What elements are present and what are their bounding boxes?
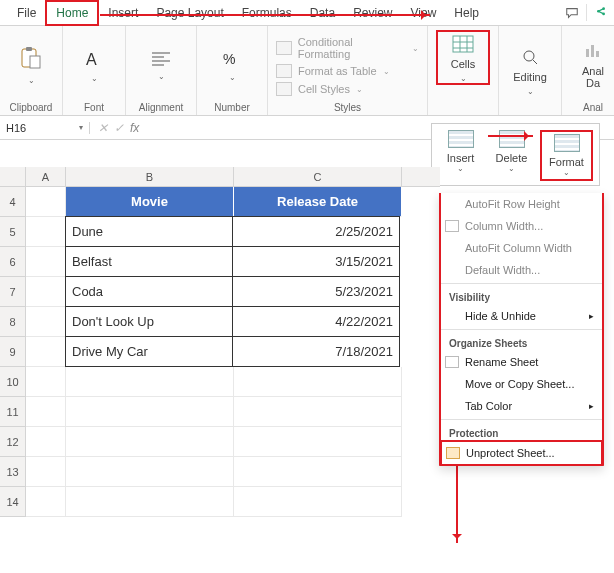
- row-header[interactable]: 12: [0, 427, 26, 457]
- menu-default-width[interactable]: Default Width...: [441, 259, 602, 281]
- group-label: Number: [214, 100, 250, 113]
- cell[interactable]: Belfast: [65, 246, 233, 277]
- name-box[interactable]: H16▾: [0, 122, 90, 134]
- row-header[interactable]: 7: [0, 277, 26, 307]
- svg-point-1: [597, 9, 600, 12]
- share-icon[interactable]: [588, 2, 614, 24]
- row-header[interactable]: 14: [0, 487, 26, 517]
- insert-cells-button[interactable]: Insert⌄: [438, 130, 483, 181]
- menu-heading-visibility: Visibility: [441, 286, 602, 305]
- ribbon-body: ⌄ Clipboard A⌄ Font ⌄ Alignment %⌄ Numbe…: [0, 26, 614, 116]
- worksheet-grid[interactable]: A B C 4 Movie Release Date 5 Dune 2/25/2…: [0, 167, 440, 517]
- svg-rect-5: [30, 56, 40, 68]
- cell[interactable]: 4/22/2021: [232, 306, 400, 337]
- row-header[interactable]: 13: [0, 457, 26, 487]
- cancel-icon[interactable]: ✕: [98, 121, 108, 135]
- enter-icon[interactable]: ✓: [114, 121, 124, 135]
- menu-unprotect-sheet[interactable]: Unprotect Sheet...: [440, 440, 603, 466]
- cell[interactable]: [234, 487, 402, 517]
- annotation-arrow: [488, 135, 533, 137]
- cell-header-movie[interactable]: Movie: [66, 187, 234, 217]
- tab-file[interactable]: File: [8, 2, 45, 24]
- clipboard-button[interactable]: ⌄: [8, 46, 54, 85]
- font-button[interactable]: A⌄: [71, 48, 117, 83]
- row-header[interactable]: 11: [0, 397, 26, 427]
- fx-icon[interactable]: fx: [130, 121, 139, 135]
- col-header-c[interactable]: C: [234, 167, 402, 186]
- cell[interactable]: [234, 427, 402, 457]
- cell[interactable]: [26, 487, 66, 517]
- cell[interactable]: Dune: [65, 216, 233, 247]
- cell[interactable]: [66, 397, 234, 427]
- col-header-a[interactable]: A: [26, 167, 66, 186]
- format-as-table-button[interactable]: Format as Table⌄: [276, 62, 419, 80]
- cell[interactable]: [26, 427, 66, 457]
- cell[interactable]: [234, 397, 402, 427]
- cell[interactable]: [66, 487, 234, 517]
- cell[interactable]: [234, 367, 402, 397]
- cell[interactable]: Coda: [65, 276, 233, 307]
- cell[interactable]: [66, 367, 234, 397]
- menu-hide-unhide[interactable]: Hide & Unhide▸: [441, 305, 602, 327]
- menu-autofit-row-height[interactable]: AutoFit Row Height: [441, 193, 602, 215]
- group-number: %⌄ Number: [197, 26, 268, 115]
- row-header[interactable]: 4: [0, 187, 26, 217]
- menu-rename-sheet[interactable]: Rename Sheet: [441, 351, 602, 373]
- cell[interactable]: [26, 187, 66, 217]
- cell-header-release[interactable]: Release Date: [234, 187, 402, 217]
- menu-autofit-col-width[interactable]: AutoFit Column Width: [441, 237, 602, 259]
- cell[interactable]: [66, 427, 234, 457]
- format-cells-button[interactable]: Format⌄: [544, 134, 589, 177]
- cell[interactable]: [26, 247, 66, 277]
- menu-move-copy-sheet[interactable]: Move or Copy Sheet...: [441, 373, 602, 395]
- row-header[interactable]: 6: [0, 247, 26, 277]
- analyze-button[interactable]: AnalDa: [570, 41, 614, 89]
- cell[interactable]: [26, 307, 66, 337]
- cell[interactable]: [26, 367, 66, 397]
- conditional-formatting-button[interactable]: Conditional Formatting⌄: [276, 34, 419, 62]
- menu-column-width[interactable]: Column Width...: [441, 215, 602, 237]
- comments-icon[interactable]: [559, 2, 585, 24]
- tab-formulas[interactable]: Formulas: [233, 2, 301, 24]
- cell[interactable]: 2/25/2021: [232, 216, 400, 247]
- group-analyze: AnalDa Anal: [562, 26, 614, 115]
- cell[interactable]: Drive My Car: [65, 336, 233, 367]
- row-header[interactable]: 10: [0, 367, 26, 397]
- group-font: A⌄ Font: [63, 26, 126, 115]
- row-header[interactable]: 5: [0, 217, 26, 247]
- cell[interactable]: 7/18/2021: [232, 336, 400, 367]
- cell[interactable]: [26, 217, 66, 247]
- tab-insert[interactable]: Insert: [99, 2, 147, 24]
- cell[interactable]: [26, 397, 66, 427]
- column-width-icon: [445, 220, 459, 232]
- cell[interactable]: [26, 457, 66, 487]
- cell-styles-button[interactable]: Cell Styles⌄: [276, 80, 419, 98]
- menu-tab-color[interactable]: Tab Color▸: [441, 395, 602, 417]
- svg-point-2: [602, 12, 605, 15]
- col-header-b[interactable]: B: [66, 167, 234, 186]
- cell[interactable]: 3/15/2021: [232, 246, 400, 277]
- tab-help[interactable]: Help: [445, 2, 488, 24]
- menu-heading-protection: Protection: [441, 422, 602, 441]
- ribbon-tabs: File Home Insert Page Layout Formulas Da…: [0, 0, 614, 26]
- select-all-corner[interactable]: [0, 167, 26, 186]
- cell[interactable]: Don't Look Up: [65, 306, 233, 337]
- row-header[interactable]: 9: [0, 337, 26, 367]
- number-button[interactable]: %⌄: [205, 49, 259, 82]
- cell[interactable]: [234, 457, 402, 487]
- cells-button[interactable]: Cells⌄: [440, 34, 486, 83]
- tab-review[interactable]: Review: [344, 2, 401, 24]
- row-header[interactable]: 8: [0, 307, 26, 337]
- tab-home[interactable]: Home: [45, 0, 99, 26]
- cell[interactable]: 5/23/2021: [232, 276, 400, 307]
- cell[interactable]: [66, 457, 234, 487]
- group-clipboard: ⌄ Clipboard: [0, 26, 63, 115]
- tab-page-layout[interactable]: Page Layout: [147, 2, 232, 24]
- svg-rect-12: [596, 51, 599, 57]
- cell[interactable]: [26, 277, 66, 307]
- cell[interactable]: [26, 337, 66, 367]
- group-label: Clipboard: [10, 100, 53, 113]
- tab-data[interactable]: Data: [301, 2, 344, 24]
- alignment-button[interactable]: ⌄: [134, 50, 188, 81]
- editing-button[interactable]: Editing⌄: [507, 47, 553, 96]
